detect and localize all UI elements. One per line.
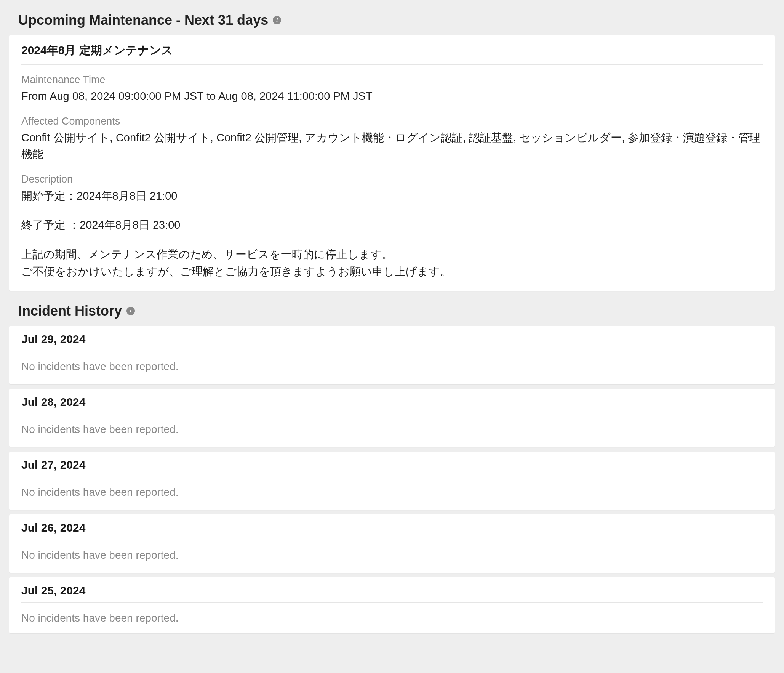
info-icon[interactable]: i: [126, 307, 135, 315]
upcoming-maintenance-header: Upcoming Maintenance - Next 31 days i: [5, 7, 779, 34]
description-block: Description 開始予定：2024年8月8日 21:00 終了予定 ：2…: [21, 173, 763, 280]
incident-day-status: No incidents have been reported.: [21, 486, 763, 498]
incident-day-date: Jul 28, 2024: [21, 396, 763, 414]
description-line1: 上記の期間、メンテナンス作業のため、サービスを一時的に停止します。: [21, 246, 763, 263]
incident-day-card: Jul 29, 2024 No incidents have been repo…: [9, 326, 775, 384]
incident-day-date: Jul 26, 2024: [21, 521, 763, 540]
affected-components-value: Confit 公開サイト, Confit2 公開サイト, Confit2 公開管…: [21, 130, 763, 163]
description-start: 開始予定：2024年8月8日 21:00: [21, 187, 763, 205]
incident-day-status: No incidents have been reported.: [21, 423, 763, 436]
incident-day-date: Jul 27, 2024: [21, 458, 763, 477]
maintenance-time-value: From Aug 08, 2024 09:00:00 PM JST to Aug…: [21, 88, 763, 105]
incident-day-status: No incidents have been reported.: [21, 549, 763, 561]
incident-day-date: Jul 29, 2024: [21, 333, 763, 351]
maintenance-time-block: Maintenance Time From Aug 08, 2024 09:00…: [21, 74, 763, 105]
affected-components-block: Affected Components Confit 公開サイト, Confit…: [21, 115, 763, 163]
maintenance-card: 2024年8月 定期メンテナンス Maintenance Time From A…: [9, 35, 775, 291]
upcoming-maintenance-title: Upcoming Maintenance - Next 31 days: [18, 12, 268, 28]
incident-day-status: No incidents have been reported.: [21, 361, 763, 373]
incident-history-title: Incident History: [18, 303, 122, 319]
description-end: 終了予定 ：2024年8月8日 23:00: [21, 216, 763, 234]
incident-history-header: Incident History i: [5, 298, 779, 324]
maintenance-card-title: 2024年8月 定期メンテナンス: [21, 43, 763, 65]
description-label: Description: [21, 173, 763, 185]
incident-day-card: Jul 25, 2024 No incidents have been repo…: [9, 577, 775, 633]
description-line2: ご不便をおかけいたしますが、ご理解とご協力を頂きますようお願い申し上げます。: [21, 263, 763, 280]
incident-day-card: Jul 27, 2024 No incidents have been repo…: [9, 452, 775, 510]
incident-day-card: Jul 28, 2024 No incidents have been repo…: [9, 389, 775, 447]
incident-day-status: No incidents have been reported.: [21, 612, 763, 624]
incident-day-date: Jul 25, 2024: [21, 584, 763, 603]
info-icon[interactable]: i: [273, 16, 281, 24]
affected-components-label: Affected Components: [21, 115, 763, 127]
maintenance-time-label: Maintenance Time: [21, 74, 763, 86]
incident-day-card: Jul 26, 2024 No incidents have been repo…: [9, 514, 775, 573]
